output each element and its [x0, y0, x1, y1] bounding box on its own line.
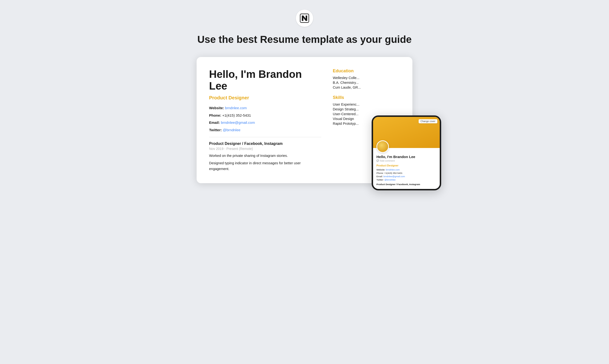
phone-website-label: Website: [376, 168, 386, 171]
contact-email: Email: brndnlee@gmail.com [209, 120, 321, 126]
resume-title: Product Designer [209, 95, 321, 101]
phone-job-title: Product Designer / Facebook, Instagram [376, 183, 436, 186]
section-divider [209, 137, 321, 137]
phone-add-comment[interactable]: Add comment [376, 159, 436, 162]
phone-phone: Phone: +1(415) 352-5431 [376, 172, 436, 174]
skill-1: User Experienc... [333, 103, 400, 106]
phone-resume-name: Hello, I'm Brandon Lee [376, 155, 436, 159]
website-link[interactable]: brndnlee.com [225, 106, 247, 110]
phone-subtitle: Product Designer [376, 164, 436, 167]
phone-avatar [376, 140, 389, 153]
contact-phone-value: +1(415) 352-5431 [222, 113, 251, 117]
change-cover-button[interactable]: Change cover [419, 119, 437, 123]
phone-email: Email: brndnlee@gmail.com [376, 175, 436, 178]
contact-website: Website: brndnlee.com [209, 105, 321, 111]
contact-website-label: Website: [209, 106, 224, 110]
job-desc-1: Worked on the private sharing of Instagr… [209, 153, 321, 158]
resume-name: Hello, I'm Brandon Lee [209, 68, 321, 92]
phone-email-link[interactable]: brndnlee@gmail.com [383, 175, 405, 178]
job-desc-2: Designed typing indicator in direct mess… [209, 160, 321, 171]
phone-cover: Change cover [373, 117, 440, 148]
contact-twitter-label: Twitter: [209, 128, 222, 132]
phone-mockup: Change cover Hello, I'm Brandon Lee Add … [372, 116, 441, 190]
contact-twitter: Twitter: @brndnlee [209, 127, 321, 133]
notion-logo [296, 10, 313, 27]
contact-email-label: Email: [209, 120, 220, 125]
phone-twitter-link[interactable]: @brndnlee [384, 178, 396, 181]
contact-phone: Phone: +1(415) 352-5431 [209, 113, 321, 118]
edu-item-1: Wellesley Colle... [333, 76, 400, 80]
phone-phone-label: Phone: +1(415) 352-5431 [376, 172, 402, 174]
email-link[interactable]: brndnlee@gmail.com [221, 120, 255, 125]
resume-left-column: Hello, I'm Brandon Lee Product Designer … [209, 68, 321, 173]
edu-item-3: Cum Laude, GR... [333, 86, 400, 89]
contact-phone-label: Phone: [209, 113, 221, 117]
phone-website: Website: brndnlee.com [376, 168, 436, 171]
education-heading: Education [333, 68, 400, 74]
skill-2: Design Strateg... [333, 107, 400, 111]
edu-item-2: B.A. Chemistry... [333, 81, 400, 85]
devices-container: Hello, I'm Brandon Lee Product Designer … [197, 57, 412, 183]
phone-website-link[interactable]: brndnlee.com [386, 168, 400, 171]
twitter-link[interactable]: @brndnlee [223, 128, 240, 132]
job-title: Product Designer / Facebook, Instagram [209, 142, 321, 146]
phone-twitter-label: Twitter: [376, 178, 384, 181]
skills-heading: Skills [333, 95, 400, 100]
phone-email-label: Email: [376, 175, 383, 178]
page-heading: Use the best Resume template as your gui… [197, 34, 412, 46]
phone-twitter: Twitter: @brndnlee [376, 178, 436, 181]
job-date: Nov 2019 - Present (Remote) [209, 147, 321, 151]
phone-body: Hello, I'm Brandon Lee Add comment Produ… [373, 148, 440, 189]
